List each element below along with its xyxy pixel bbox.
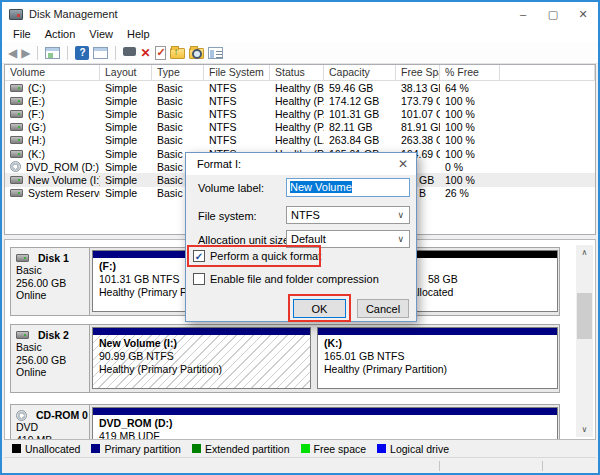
cell-layout: Simple [100,147,152,160]
partition-dvd-rom[interactable]: DVD_ROM (D:) 419 MB UDF Healthy (Primary… [92,407,558,440]
menu-help[interactable]: Help [120,28,157,40]
partition-title: DVD_ROM (D:) [99,417,557,430]
col-pct-free[interactable]: % Free [440,65,500,80]
action-bubble-icon[interactable] [123,47,136,56]
toolbar: ◀ ▶ ? ✕ ✓ [2,42,598,64]
status-separator [542,461,543,471]
properties-icon[interactable] [208,47,223,59]
legend-item: Primary partition [91,443,180,455]
col-layout[interactable]: Layout [100,65,152,80]
col-capacity[interactable]: Capacity [324,65,396,80]
menu-view[interactable]: View [82,28,120,40]
cell-status: Healthy (B... [270,81,324,94]
cancel-button[interactable]: Cancel [357,299,409,318]
primary-partition-bar [318,328,557,335]
cell-fs: NTFS [204,81,270,94]
legend-label: Extended partition [205,443,290,455]
toolbar-separator [37,46,38,60]
scroll-up-arrow[interactable]: ∧ [576,245,593,260]
col-file-system[interactable]: File System [204,65,270,80]
action-pane-icon[interactable] [93,47,108,59]
table-row[interactable]: (E:) Simple Basic NTFS Healthy (P... 174… [5,94,595,107]
partition-size: 419 MB UDF [99,430,557,440]
col-free-space[interactable]: Free Spa... [396,65,440,80]
legend-swatch-extended [192,444,201,453]
volume-name: (C:) [28,82,46,94]
legend-label: Logical drive [390,443,449,455]
disk-type: DVD [16,421,89,434]
back-icon[interactable]: ◀ [8,47,17,59]
window-title: Disk Management [29,8,118,20]
chevron-down-icon: ∨ [397,234,404,244]
cell-status: Healthy (P... [270,121,324,134]
drive-icon [10,110,23,118]
compression-checkbox[interactable] [193,273,205,285]
legend-bar: Unallocated Primary partition Extended p… [4,440,596,457]
cell-type: Basic [152,134,204,147]
cdrom-strip: DVD_ROM (D:) 419 MB UDF Healthy (Primary… [90,405,559,440]
volume-name: (G:) [28,121,46,133]
file-system-select[interactable]: NTFS ∨ [286,206,410,224]
volume-name: (H:) [28,134,46,146]
close-button[interactable]: ✕ [568,2,598,26]
disk-2-info[interactable]: Disk 2 Basic 256.00 GB Online [11,325,90,392]
format-dialog: Format I: ✕ Volume label: New Volume Fil… [185,152,417,322]
cell-type: Basic [152,94,204,107]
status-separator [439,461,440,471]
volume-label-input[interactable]: New Volume [286,178,410,197]
table-row[interactable]: (G:) Simple Basic NTFS Healthy (P... 82.… [5,121,595,134]
partition-size: 90.99 GB NTFS [99,350,310,363]
cell-free: 38.13 GB [396,81,440,94]
partition-i-formatting[interactable]: New Volume (I:) 90.99 GB NTFS Healthy (P… [92,327,311,389]
scroll-down-arrow[interactable]: ∨ [576,422,593,437]
menu-action[interactable]: Action [38,28,83,40]
table-row[interactable]: (H:) Simple Basic NTFS Healthy (L... 263… [5,134,595,147]
folder-search-icon[interactable] [189,48,204,59]
legend-swatch-logical [377,444,386,453]
cell-pct: 100 % [440,121,500,134]
folder-up-icon[interactable] [170,48,185,59]
cell-capacity: 263.84 GB [324,134,396,147]
dialog-close-icon[interactable]: ✕ [398,157,408,171]
unallocated-size: 58 GB [398,273,557,286]
col-status[interactable]: Status [270,65,324,80]
col-type[interactable]: Type [152,65,204,80]
help-icon[interactable]: ? [75,46,89,60]
check-document-icon[interactable]: ✓ [155,46,166,60]
scrollbar-thumb[interactable] [577,293,592,339]
legend-swatch-unallocated [12,444,21,453]
cell-layout: Simple [100,134,152,147]
check-glyph: ✓ [157,46,166,59]
primary-partition-bar [93,408,557,415]
col-volume[interactable]: Volume [5,65,100,80]
cdrom-0-info[interactable]: CD-ROM 0 DVD 419 MB Online [11,405,90,440]
toolbar-separator [115,46,116,60]
volume-name: System Reserved [28,187,100,199]
forward-icon[interactable]: ▶ [21,47,30,59]
console-tree-icon[interactable] [45,47,60,59]
volume-name: (F:) [28,108,44,120]
maximize-button[interactable]: ▢ [538,2,568,26]
cell-layout: Simple [100,160,152,173]
partition-status: Healthy (Primary Partition) [99,363,310,376]
vertical-scrollbar[interactable]: ∧ ∨ [576,245,593,437]
menu-file[interactable]: File [6,28,38,40]
file-system-value: NTFS [291,209,320,221]
disk-name: Disk 2 [38,329,69,341]
table-row[interactable]: (C:) Simple Basic NTFS Healthy (B... 59.… [5,81,595,94]
disk-icon [16,254,29,262]
disk-1-info[interactable]: Disk 1 Basic 256.00 GB Online [11,248,90,315]
cell-layout: Simple [100,187,152,200]
disk-management-window: Disk Management – ▢ ✕ File Action View H… [0,0,600,475]
drive-icon [10,97,23,105]
table-row[interactable]: (F:) Simple Basic NTFS Healthy (P... 101… [5,107,595,120]
drive-icon [10,150,23,158]
minimize-button[interactable]: – [508,2,538,26]
delete-icon[interactable]: ✕ [140,46,150,60]
partition-title: New Volume (I:) [99,337,310,350]
cell-fs: NTFS [204,94,270,107]
legend-swatch-primary [91,444,100,453]
drive-icon [10,123,23,131]
partition-k[interactable]: (K:) 165.01 GB NTFS Healthy (Primary Par… [317,327,558,389]
annotation-box-quick-format [187,245,321,267]
